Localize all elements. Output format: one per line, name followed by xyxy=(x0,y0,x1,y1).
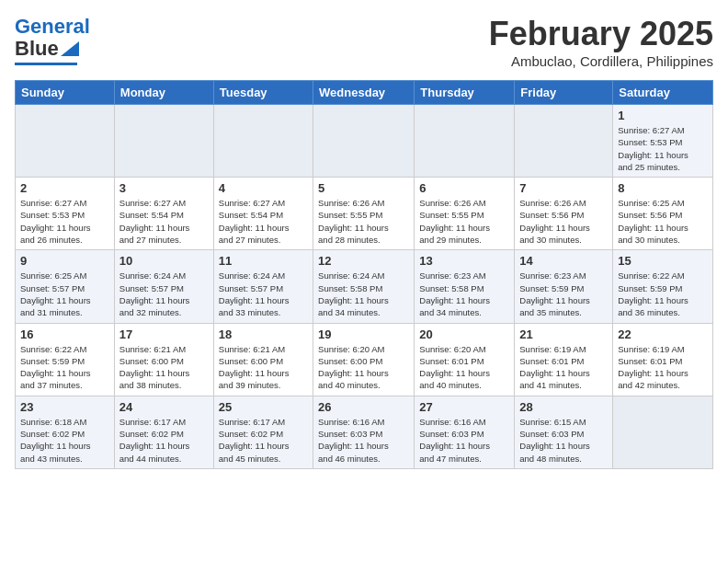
day-info: Sunrise: 6:22 AM Sunset: 5:59 PM Dayligh… xyxy=(618,270,708,318)
day-number: 16 xyxy=(20,327,109,341)
day-info: Sunrise: 6:16 AM Sunset: 6:03 PM Dayligh… xyxy=(318,416,409,465)
table-row: 8Sunrise: 6:25 AM Sunset: 5:56 PM Daylig… xyxy=(613,178,713,250)
day-number: 25 xyxy=(219,400,308,414)
table-row xyxy=(213,105,313,178)
day-info: Sunrise: 6:24 AM Sunset: 5:57 PM Dayligh… xyxy=(219,270,308,318)
table-row xyxy=(16,105,115,178)
logo-underline xyxy=(15,63,77,65)
header-monday: Monday xyxy=(114,81,213,105)
day-number: 5 xyxy=(318,181,409,195)
day-number: 14 xyxy=(519,254,608,268)
day-info: Sunrise: 6:22 AM Sunset: 5:59 PM Dayligh… xyxy=(20,343,109,392)
day-number: 26 xyxy=(318,400,409,414)
calendar-location: Ambuclao, Cordillera, Philippines xyxy=(489,53,713,69)
day-number: 2 xyxy=(20,181,109,195)
calendar-week-row: 23Sunrise: 6:18 AM Sunset: 6:02 PM Dayli… xyxy=(16,396,713,468)
table-row: 3Sunrise: 6:27 AM Sunset: 5:54 PM Daylig… xyxy=(114,178,213,250)
table-row: 11Sunrise: 6:24 AM Sunset: 5:57 PM Dayli… xyxy=(213,250,313,323)
day-number: 7 xyxy=(519,181,608,195)
day-number: 22 xyxy=(618,327,708,341)
calendar-week-row: 1Sunrise: 6:27 AM Sunset: 5:53 PM Daylig… xyxy=(16,105,713,178)
table-row: 25Sunrise: 6:17 AM Sunset: 6:02 PM Dayli… xyxy=(213,396,313,468)
day-info: Sunrise: 6:25 AM Sunset: 5:56 PM Dayligh… xyxy=(618,197,708,246)
day-info: Sunrise: 6:23 AM Sunset: 5:59 PM Dayligh… xyxy=(519,270,608,318)
day-number: 11 xyxy=(219,254,308,268)
table-row: 24Sunrise: 6:17 AM Sunset: 6:02 PM Dayli… xyxy=(114,396,213,468)
day-info: Sunrise: 6:24 AM Sunset: 5:58 PM Dayligh… xyxy=(318,270,409,318)
day-number: 13 xyxy=(419,254,509,268)
day-info: Sunrise: 6:25 AM Sunset: 5:57 PM Dayligh… xyxy=(20,270,109,318)
table-row: 22Sunrise: 6:19 AM Sunset: 6:01 PM Dayli… xyxy=(613,323,713,396)
table-row xyxy=(515,105,613,178)
table-row: 15Sunrise: 6:22 AM Sunset: 5:59 PM Dayli… xyxy=(613,250,713,323)
header-thursday: Thursday xyxy=(415,81,515,105)
table-row: 19Sunrise: 6:20 AM Sunset: 6:00 PM Dayli… xyxy=(313,323,415,396)
day-number: 12 xyxy=(318,254,409,268)
day-info: Sunrise: 6:26 AM Sunset: 5:55 PM Dayligh… xyxy=(318,197,409,246)
day-info: Sunrise: 6:17 AM Sunset: 6:02 PM Dayligh… xyxy=(119,416,209,465)
table-row: 26Sunrise: 6:16 AM Sunset: 6:03 PM Dayli… xyxy=(313,396,415,468)
table-row: 7Sunrise: 6:26 AM Sunset: 5:56 PM Daylig… xyxy=(515,178,613,250)
day-info: Sunrise: 6:16 AM Sunset: 6:03 PM Dayligh… xyxy=(419,416,509,465)
table-row: 2Sunrise: 6:27 AM Sunset: 5:53 PM Daylig… xyxy=(16,178,115,250)
day-number: 23 xyxy=(20,400,109,414)
day-info: Sunrise: 6:27 AM Sunset: 5:53 PM Dayligh… xyxy=(618,124,708,173)
table-row xyxy=(313,105,415,178)
day-number: 15 xyxy=(618,254,708,268)
table-row: 27Sunrise: 6:16 AM Sunset: 6:03 PM Dayli… xyxy=(415,396,515,468)
day-info: Sunrise: 6:27 AM Sunset: 5:54 PM Dayligh… xyxy=(119,197,209,246)
table-row: 21Sunrise: 6:19 AM Sunset: 6:01 PM Dayli… xyxy=(515,323,613,396)
calendar-title-area: February 2025 Ambuclao, Cordillera, Phil… xyxy=(489,15,713,69)
day-number: 27 xyxy=(419,400,509,414)
table-row: 5Sunrise: 6:26 AM Sunset: 5:55 PM Daylig… xyxy=(313,178,415,250)
calendar-week-row: 16Sunrise: 6:22 AM Sunset: 5:59 PM Dayli… xyxy=(16,323,713,396)
table-row xyxy=(415,105,515,178)
day-number: 9 xyxy=(20,254,109,268)
day-info: Sunrise: 6:27 AM Sunset: 5:53 PM Dayligh… xyxy=(20,197,109,246)
day-info: Sunrise: 6:15 AM Sunset: 6:03 PM Dayligh… xyxy=(519,416,608,465)
logo-text2: Blue xyxy=(15,37,59,61)
day-number: 21 xyxy=(519,327,608,341)
day-number: 4 xyxy=(219,181,308,195)
table-row xyxy=(114,105,213,178)
calendar-month-year: February 2025 xyxy=(489,15,713,53)
day-info: Sunrise: 6:18 AM Sunset: 6:02 PM Dayligh… xyxy=(20,416,109,465)
table-row: 4Sunrise: 6:27 AM Sunset: 5:54 PM Daylig… xyxy=(213,178,313,250)
day-number: 17 xyxy=(119,327,209,341)
day-number: 8 xyxy=(618,181,708,195)
logo-text: General xyxy=(15,15,90,39)
day-number: 28 xyxy=(519,400,608,414)
table-row: 9Sunrise: 6:25 AM Sunset: 5:57 PM Daylig… xyxy=(16,250,115,323)
day-info: Sunrise: 6:21 AM Sunset: 6:00 PM Dayligh… xyxy=(119,343,209,392)
header-sunday: Sunday xyxy=(16,81,115,105)
table-row: 10Sunrise: 6:24 AM Sunset: 5:57 PM Dayli… xyxy=(114,250,213,323)
header-tuesday: Tuesday xyxy=(213,81,313,105)
day-info: Sunrise: 6:24 AM Sunset: 5:57 PM Dayligh… xyxy=(119,270,209,318)
header-friday: Friday xyxy=(515,81,613,105)
day-number: 20 xyxy=(419,327,509,341)
day-number: 18 xyxy=(219,327,308,341)
table-row: 18Sunrise: 6:21 AM Sunset: 6:00 PM Dayli… xyxy=(213,323,313,396)
table-row: 17Sunrise: 6:21 AM Sunset: 6:00 PM Dayli… xyxy=(114,323,213,396)
day-number: 1 xyxy=(618,109,708,122)
header-wednesday: Wednesday xyxy=(313,81,415,105)
day-info: Sunrise: 6:26 AM Sunset: 5:56 PM Dayligh… xyxy=(519,197,608,246)
header-saturday: Saturday xyxy=(613,81,713,105)
table-row: 23Sunrise: 6:18 AM Sunset: 6:02 PM Dayli… xyxy=(16,396,115,468)
table-row: 12Sunrise: 6:24 AM Sunset: 5:58 PM Dayli… xyxy=(313,250,415,323)
day-number: 19 xyxy=(318,327,409,341)
day-number: 6 xyxy=(419,181,509,195)
calendar-table: Sunday Monday Tuesday Wednesday Thursday… xyxy=(15,80,713,469)
day-info: Sunrise: 6:20 AM Sunset: 6:01 PM Dayligh… xyxy=(419,343,509,392)
day-info: Sunrise: 6:20 AM Sunset: 6:00 PM Dayligh… xyxy=(318,343,409,392)
table-row: 28Sunrise: 6:15 AM Sunset: 6:03 PM Dayli… xyxy=(515,396,613,468)
day-info: Sunrise: 6:19 AM Sunset: 6:01 PM Dayligh… xyxy=(519,343,608,392)
table-row: 6Sunrise: 6:26 AM Sunset: 5:55 PM Daylig… xyxy=(415,178,515,250)
table-row xyxy=(613,396,713,468)
table-row: 16Sunrise: 6:22 AM Sunset: 5:59 PM Dayli… xyxy=(16,323,115,396)
calendar-header-row: Sunday Monday Tuesday Wednesday Thursday… xyxy=(16,81,713,105)
table-row: 20Sunrise: 6:20 AM Sunset: 6:01 PM Dayli… xyxy=(415,323,515,396)
day-info: Sunrise: 6:21 AM Sunset: 6:00 PM Dayligh… xyxy=(219,343,308,392)
logo-arrow-icon xyxy=(61,41,79,56)
day-info: Sunrise: 6:17 AM Sunset: 6:02 PM Dayligh… xyxy=(219,416,308,465)
